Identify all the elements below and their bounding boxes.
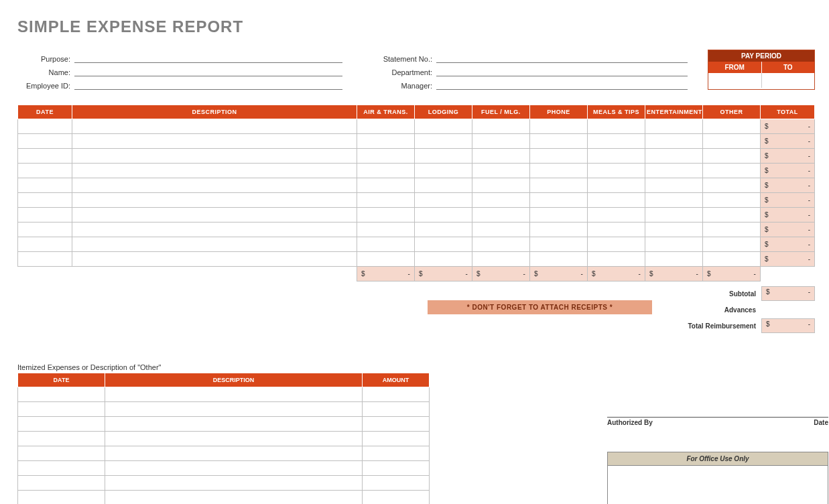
cell[interactable] (18, 237, 72, 252)
cell[interactable] (472, 178, 529, 193)
itemized-cell[interactable] (105, 387, 363, 402)
cell[interactable] (645, 193, 702, 208)
cell[interactable] (414, 164, 472, 178)
itemized-cell[interactable] (363, 491, 430, 505)
office-use-body[interactable] (608, 466, 828, 504)
cell[interactable] (587, 208, 645, 223)
cell[interactable] (529, 119, 587, 134)
itemized-cell[interactable] (18, 461, 105, 476)
cell[interactable] (414, 178, 472, 193)
cell[interactable] (414, 208, 472, 223)
itemized-cell[interactable] (363, 446, 430, 461)
cell[interactable] (414, 149, 472, 164)
cell[interactable] (72, 149, 357, 164)
pay-period-from-input[interactable] (708, 73, 762, 88)
itemized-cell[interactable] (105, 446, 363, 461)
itemized-cell[interactable] (363, 461, 430, 476)
cell[interactable] (357, 252, 414, 267)
cell[interactable] (587, 193, 645, 208)
cell[interactable] (645, 237, 702, 252)
itemized-cell[interactable] (18, 432, 105, 446)
cell[interactable] (472, 208, 529, 223)
cell[interactable] (18, 252, 72, 267)
input-statement-no[interactable] (436, 51, 688, 63)
itemized-cell[interactable] (18, 491, 105, 505)
cell[interactable] (529, 223, 587, 237)
cell[interactable] (587, 134, 645, 149)
itemized-cell[interactable] (363, 402, 430, 417)
cell[interactable] (587, 164, 645, 178)
cell[interactable] (645, 178, 702, 193)
cell[interactable] (587, 223, 645, 237)
itemized-cell[interactable] (18, 402, 105, 417)
cell[interactable] (472, 134, 529, 149)
cell[interactable] (72, 237, 357, 252)
itemized-cell[interactable] (363, 476, 430, 491)
cell[interactable] (72, 134, 357, 149)
cell[interactable] (357, 134, 414, 149)
cell[interactable] (645, 149, 702, 164)
cell[interactable] (529, 149, 587, 164)
cell[interactable] (702, 178, 760, 193)
cell[interactable] (18, 208, 72, 223)
cell[interactable] (357, 178, 414, 193)
cell[interactable] (472, 164, 529, 178)
cell[interactable] (702, 119, 760, 134)
cell[interactable] (357, 193, 414, 208)
itemized-cell[interactable] (105, 402, 363, 417)
cell[interactable] (357, 119, 414, 134)
cell[interactable] (18, 119, 72, 134)
cell[interactable] (357, 208, 414, 223)
cell[interactable] (414, 193, 472, 208)
itemized-cell[interactable] (105, 461, 363, 476)
cell[interactable] (72, 119, 357, 134)
cell[interactable] (702, 164, 760, 178)
itemized-cell[interactable] (363, 417, 430, 432)
itemized-cell[interactable] (105, 417, 363, 432)
cell[interactable] (645, 223, 702, 237)
cell[interactable] (472, 119, 529, 134)
cell[interactable] (414, 252, 472, 267)
cell[interactable] (18, 193, 72, 208)
pay-period-to-input[interactable] (762, 73, 815, 88)
cell[interactable] (72, 252, 357, 267)
cell[interactable] (529, 237, 587, 252)
input-purpose[interactable] (74, 51, 342, 63)
cell[interactable] (472, 193, 529, 208)
cell[interactable] (18, 149, 72, 164)
cell[interactable] (72, 208, 357, 223)
cell[interactable] (702, 134, 760, 149)
cell[interactable] (357, 164, 414, 178)
itemized-cell[interactable] (363, 387, 430, 402)
cell[interactable] (645, 134, 702, 149)
cell[interactable] (18, 134, 72, 149)
input-name[interactable] (74, 64, 342, 76)
cell[interactable] (529, 252, 587, 267)
cell[interactable] (587, 119, 645, 134)
input-employee-id[interactable] (74, 78, 342, 90)
cell[interactable] (357, 223, 414, 237)
cell[interactable] (645, 119, 702, 134)
cell[interactable] (702, 149, 760, 164)
cell[interactable] (702, 208, 760, 223)
itemized-cell[interactable] (18, 446, 105, 461)
itemized-cell[interactable] (105, 476, 363, 491)
cell[interactable] (414, 237, 472, 252)
cell[interactable] (472, 149, 529, 164)
cell[interactable] (645, 252, 702, 267)
cell[interactable] (72, 164, 357, 178)
cell[interactable] (587, 252, 645, 267)
cell[interactable] (529, 193, 587, 208)
cell[interactable] (645, 164, 702, 178)
cell[interactable] (472, 237, 529, 252)
itemized-cell[interactable] (105, 432, 363, 446)
itemized-cell[interactable] (363, 432, 430, 446)
cell[interactable] (529, 164, 587, 178)
cell[interactable] (72, 178, 357, 193)
cell[interactable] (357, 237, 414, 252)
itemized-cell[interactable] (105, 491, 363, 505)
input-manager[interactable] (436, 78, 688, 90)
itemized-cell[interactable] (18, 387, 105, 402)
cell[interactable] (702, 193, 760, 208)
cell[interactable] (414, 223, 472, 237)
